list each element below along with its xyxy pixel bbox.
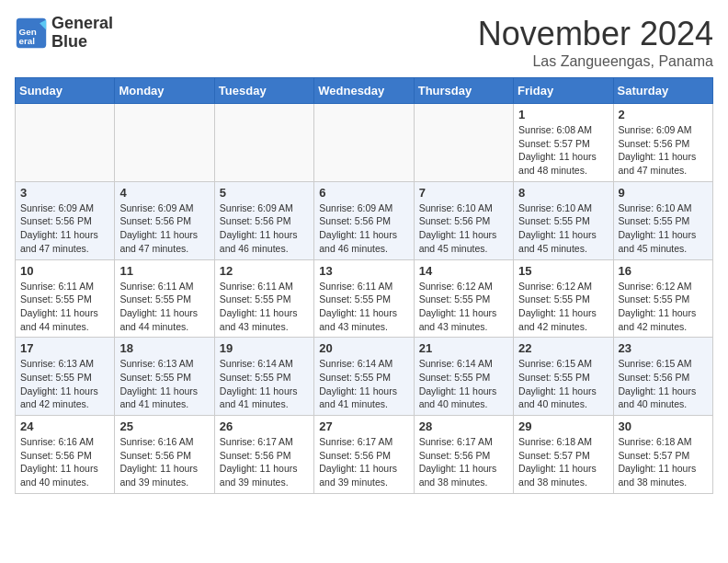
calendar-cell: 11Sunrise: 6:11 AMSunset: 5:55 PMDayligh… xyxy=(115,259,214,338)
weekday-header-sunday: Sunday xyxy=(16,78,115,104)
day-number: 8 xyxy=(518,186,608,200)
day-info-line: Daylight: 11 hours xyxy=(619,228,708,242)
day-info-line: Daylight: 11 hours xyxy=(419,228,508,242)
calendar-cell: 19Sunrise: 6:14 AMSunset: 5:55 PMDayligh… xyxy=(214,338,313,416)
day-number: 22 xyxy=(518,341,608,355)
day-info-line: and 43 minutes. xyxy=(220,320,309,334)
day-info: Sunrise: 6:10 AMSunset: 5:55 PMDaylight:… xyxy=(518,201,608,256)
day-info-line: and 40 minutes. xyxy=(419,397,508,411)
day-info-line: Sunrise: 6:16 AM xyxy=(20,435,109,449)
weekday-header-saturday: Saturday xyxy=(613,78,712,104)
day-info-line: Sunset: 5:56 PM xyxy=(119,449,209,463)
day-info-line: Sunrise: 6:14 AM xyxy=(419,357,508,371)
day-info-line: Sunrise: 6:09 AM xyxy=(119,201,209,215)
day-info: Sunrise: 6:09 AMSunset: 5:56 PMDaylight:… xyxy=(20,201,109,256)
page-header: Gen eral General Blue November 2024 Las … xyxy=(15,15,713,70)
day-info-line: Sunset: 5:55 PM xyxy=(619,214,708,228)
day-info-line: Sunrise: 6:15 AM xyxy=(518,357,608,371)
day-number: 3 xyxy=(20,186,109,200)
day-info: Sunrise: 6:09 AMSunset: 5:56 PMDaylight:… xyxy=(319,201,408,256)
day-info-line: Sunset: 5:56 PM xyxy=(619,371,708,385)
calendar-cell: 24Sunrise: 6:16 AMSunset: 5:56 PMDayligh… xyxy=(16,416,115,494)
day-info-line: and 40 minutes. xyxy=(518,397,608,411)
calendar-cell: 8Sunrise: 6:10 AMSunset: 5:55 PMDaylight… xyxy=(514,181,613,259)
day-info-line: Sunset: 5:55 PM xyxy=(319,293,408,306)
calendar-cell: 13Sunrise: 6:11 AMSunset: 5:55 PMDayligh… xyxy=(314,259,414,338)
calendar-cell: 15Sunrise: 6:12 AMSunset: 5:55 PMDayligh… xyxy=(514,259,613,338)
day-info: Sunrise: 6:13 AMSunset: 5:55 PMDaylight:… xyxy=(119,357,209,411)
day-info-line: and 43 minutes. xyxy=(319,320,408,334)
day-info-line: Sunset: 5:55 PM xyxy=(220,371,309,385)
day-info-line: Daylight: 11 hours xyxy=(518,306,608,320)
calendar-table: SundayMondayTuesdayWednesdayThursdayFrid… xyxy=(15,77,713,494)
weekday-header-monday: Monday xyxy=(115,78,214,104)
day-info-line: and 42 minutes. xyxy=(518,320,608,334)
calendar-cell: 21Sunrise: 6:14 AMSunset: 5:55 PMDayligh… xyxy=(414,338,513,416)
day-info: Sunrise: 6:14 AMSunset: 5:55 PMDaylight:… xyxy=(419,357,508,411)
day-info-line: Daylight: 11 hours xyxy=(619,150,708,164)
location: Las Zangueengas, Panama xyxy=(478,53,713,70)
day-info-line: Sunrise: 6:13 AM xyxy=(119,357,209,371)
day-info-line: Sunset: 5:55 PM xyxy=(20,371,109,385)
day-info-line: Sunrise: 6:12 AM xyxy=(419,280,508,293)
day-info-line: Daylight: 11 hours xyxy=(319,306,408,320)
day-info-line: Sunset: 5:56 PM xyxy=(220,449,309,463)
day-info-line: Sunrise: 6:11 AM xyxy=(20,280,109,293)
calendar-cell: 30Sunrise: 6:18 AMSunset: 5:57 PMDayligh… xyxy=(613,416,712,494)
day-info-line: Sunset: 5:55 PM xyxy=(319,371,408,385)
day-info-line: Sunrise: 6:14 AM xyxy=(220,357,309,371)
calendar-cell: 3Sunrise: 6:09 AMSunset: 5:56 PMDaylight… xyxy=(16,181,115,259)
calendar-cell: 9Sunrise: 6:10 AMSunset: 5:55 PMDaylight… xyxy=(613,181,712,259)
day-info-line: Daylight: 11 hours xyxy=(220,306,309,320)
day-info: Sunrise: 6:11 AMSunset: 5:55 PMDaylight:… xyxy=(319,280,408,334)
day-info-line: Sunrise: 6:10 AM xyxy=(518,201,608,215)
calendar-cell: 18Sunrise: 6:13 AMSunset: 5:55 PMDayligh… xyxy=(115,338,214,416)
day-info-line: Daylight: 11 hours xyxy=(619,462,708,476)
calendar-cell: 28Sunrise: 6:17 AMSunset: 5:56 PMDayligh… xyxy=(414,416,513,494)
day-info-line: Daylight: 11 hours xyxy=(119,228,209,242)
day-info-line: Sunrise: 6:13 AM xyxy=(20,357,109,371)
day-info-line: Daylight: 11 hours xyxy=(419,462,508,476)
day-info-line: and 38 minutes. xyxy=(419,476,508,489)
day-info-line: and 40 minutes. xyxy=(20,476,109,489)
logo-icon: Gen eral xyxy=(15,17,48,50)
day-info-line: Sunrise: 6:17 AM xyxy=(419,435,508,449)
day-info-line: Daylight: 11 hours xyxy=(220,385,309,398)
day-info-line: Sunset: 5:55 PM xyxy=(619,293,708,306)
day-info-line: and 46 minutes. xyxy=(319,242,408,256)
day-info-line: Sunset: 5:55 PM xyxy=(419,371,508,385)
day-number: 13 xyxy=(319,264,408,278)
day-info-line: Sunset: 5:55 PM xyxy=(518,214,608,228)
day-info-line: Sunrise: 6:09 AM xyxy=(319,201,408,215)
day-info-line: Sunrise: 6:15 AM xyxy=(619,357,708,371)
day-info-line: Sunrise: 6:12 AM xyxy=(619,280,708,293)
day-info: Sunrise: 6:12 AMSunset: 5:55 PMDaylight:… xyxy=(619,280,708,334)
day-info-line: Daylight: 11 hours xyxy=(319,385,408,398)
day-info: Sunrise: 6:15 AMSunset: 5:55 PMDaylight:… xyxy=(518,357,608,411)
day-number: 6 xyxy=(319,186,408,200)
day-info-line: Sunset: 5:56 PM xyxy=(20,214,109,228)
day-number: 21 xyxy=(419,341,508,355)
day-info-line: and 38 minutes. xyxy=(518,476,608,489)
calendar-cell: 22Sunrise: 6:15 AMSunset: 5:55 PMDayligh… xyxy=(514,338,613,416)
calendar-cell: 10Sunrise: 6:11 AMSunset: 5:55 PMDayligh… xyxy=(16,259,115,338)
day-info-line: and 44 minutes. xyxy=(119,320,209,334)
calendar-cell: 5Sunrise: 6:09 AMSunset: 5:56 PMDaylight… xyxy=(214,181,313,259)
day-info-line: Sunrise: 6:17 AM xyxy=(319,435,408,449)
day-info-line: Sunrise: 6:11 AM xyxy=(220,280,309,293)
day-number: 1 xyxy=(518,108,608,121)
day-info-line: Daylight: 11 hours xyxy=(220,462,309,476)
calendar-cell xyxy=(214,104,313,182)
day-info-line: Sunset: 5:55 PM xyxy=(119,371,209,385)
calendar-cell xyxy=(414,104,513,182)
day-info-line: Daylight: 11 hours xyxy=(20,228,109,242)
day-info-line: Daylight: 11 hours xyxy=(119,385,209,398)
day-info-line: and 47 minutes. xyxy=(20,242,109,256)
day-number: 15 xyxy=(518,264,608,278)
title-block: November 2024 Las Zangueengas, Panama xyxy=(478,15,713,70)
day-number: 2 xyxy=(619,108,708,121)
day-info-line: and 44 minutes. xyxy=(20,320,109,334)
day-info-line: and 45 minutes. xyxy=(619,242,708,256)
day-number: 29 xyxy=(518,419,608,433)
day-info-line: Sunrise: 6:17 AM xyxy=(220,435,309,449)
